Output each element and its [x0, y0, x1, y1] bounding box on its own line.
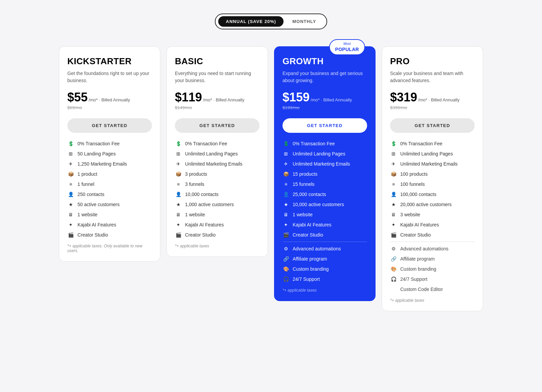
feature-icon: 🎬 — [175, 231, 182, 238]
feature-icon: 🎬 — [283, 231, 289, 238]
feature-text: Unlimited Landing Pages — [185, 151, 238, 156]
feature-text: 100 funnels — [400, 181, 425, 187]
feature-icon: 📦 — [175, 171, 182, 177]
extra-feature-item: ⚙ Advanced automations — [283, 245, 367, 252]
extra-feature-text: Custom branding — [400, 266, 436, 272]
feature-item: ✈ Unlimited Marketing Emails — [283, 161, 367, 167]
feature-text: 100,000 contacts — [400, 192, 436, 197]
plans-container: KICKSTARTERGet the foundations right to … — [54, 46, 488, 311]
popular-badge: Most POPULAR — [329, 39, 365, 55]
extra-feature-icon — [390, 286, 397, 293]
feature-text: 1 website — [185, 212, 205, 217]
feature-item: 🎬 Creator Studio — [67, 231, 152, 238]
feature-item: 💲 0% Transaction Fee — [283, 140, 367, 147]
feature-item: ⊞ Unlimited Landing Pages — [283, 150, 367, 157]
feature-text: 15 products — [293, 171, 317, 177]
get-started-pro[interactable]: GET STARTED — [390, 118, 475, 133]
feature-text: 3 products — [185, 171, 207, 177]
features-list-basic: 💲 0% Transaction Fee ⊞ Unlimited Landing… — [175, 140, 259, 238]
feature-icon: 🖥 — [67, 211, 74, 218]
price-block-kickstarter: $55 /mo* · Billed Annually $69/mo — [67, 90, 152, 110]
extra-feature-text: Affiliate program — [293, 256, 327, 262]
get-started-kickstarter[interactable]: GET STARTED — [67, 118, 152, 133]
feature-icon: 💲 — [283, 140, 289, 147]
feature-text: 3 funnels — [185, 181, 204, 187]
feature-text: Kajabi AI Features — [293, 222, 331, 227]
divider-growth — [283, 242, 367, 242]
feature-item: 📦 100 products — [390, 171, 475, 177]
extra-features-list-growth: ⚙ Advanced automations 🔗 Affiliate progr… — [283, 245, 367, 283]
get-started-growth[interactable]: GET STARTED — [283, 118, 367, 133]
feature-icon: 💲 — [390, 140, 397, 147]
feature-item: ⊞ Unlimited Landing Pages — [175, 150, 259, 157]
feature-text: 25,000 contacts — [293, 192, 326, 197]
price-kickstarter: $55 — [67, 90, 88, 104]
extra-feature-text: Advanced automations — [293, 246, 341, 251]
footnote-kickstarter: *+ applicable taxes. Only available to n… — [67, 244, 152, 253]
feature-item: 💲 0% Transaction Fee — [67, 140, 152, 147]
feature-text: 0% Transaction Fee — [400, 141, 443, 146]
footnote-pro: *+ applicable taxes — [390, 298, 475, 303]
price-per-pro: /mo* · Billed Annually — [418, 97, 459, 102]
monthly-toggle[interactable]: MONTHLY — [285, 16, 323, 27]
feature-item: 📦 1 product — [67, 171, 152, 177]
feature-item: 📦 3 products — [175, 171, 259, 177]
feature-icon: ★ — [390, 201, 397, 208]
feature-text: 50 Landing Pages — [77, 151, 116, 156]
feature-item: ≡ 3 funnels — [175, 181, 259, 188]
price-per-basic: /mo* · Billed Annually — [203, 97, 244, 102]
feature-icon: ★ — [283, 201, 289, 208]
feature-text: Creator Studio — [400, 232, 431, 238]
feature-text: 3 website — [400, 212, 420, 217]
feature-icon: ✈ — [175, 161, 182, 167]
get-started-basic[interactable]: GET STARTED — [175, 118, 259, 133]
extra-feature-item: 🔗 Affiliate program — [283, 255, 367, 262]
feature-item: ★ 1,000 active customers — [175, 201, 259, 208]
feature-icon: 🖥 — [175, 211, 182, 218]
feature-item: ✦ Kajabi AI Features — [390, 221, 475, 228]
annual-toggle[interactable]: ANNUAL (SAVE 20%) — [218, 16, 284, 27]
extra-feature-icon: 🎨 — [390, 266, 397, 272]
feature-icon: ⊞ — [175, 150, 182, 157]
feature-text: Unlimited Marketing Emails — [400, 161, 458, 167]
plan-description-growth: Expand your business and get serious abo… — [283, 70, 367, 84]
feature-icon: 🖥 — [283, 211, 289, 218]
feature-item: 💲 0% Transaction Fee — [390, 140, 475, 147]
feature-item: ✦ Kajabi AI Features — [67, 221, 152, 228]
extra-feature-text: 24/7 Support — [293, 276, 320, 282]
feature-icon: ✦ — [390, 221, 397, 228]
feature-text: Creator Studio — [293, 232, 323, 238]
feature-item: ✈ Unlimited Marketing Emails — [175, 161, 259, 167]
plan-name-kickstarter: KICKSTARTER — [67, 56, 152, 67]
extra-feature-icon: 🔗 — [283, 255, 289, 262]
feature-text: 1 funnel — [77, 181, 94, 187]
billing-toggle[interactable]: ANNUAL (SAVE 20%) MONTHLY — [215, 14, 327, 29]
feature-icon: ✈ — [67, 161, 74, 167]
price-per-growth: /mo* · Billed Annually — [311, 97, 352, 102]
feature-text: Unlimited Landing Pages — [400, 151, 453, 156]
feature-item: 👤 10,000 contacts — [175, 191, 259, 198]
feature-text: 0% Transaction Fee — [77, 141, 120, 146]
feature-icon: ≡ — [67, 181, 74, 188]
price-basic: $119 — [175, 90, 202, 104]
feature-item: ⊞ Unlimited Landing Pages — [390, 150, 475, 157]
price-original-pro: $399/mo — [390, 105, 475, 110]
feature-icon: 🖥 — [390, 211, 397, 218]
price-per-kickstarter: /mo* · Billed Annually — [89, 97, 130, 102]
feature-item: 🖥 1 website — [67, 211, 152, 218]
plan-card-basic: BASICEverything you need to start runnin… — [166, 46, 268, 257]
extra-feature-icon: ⚙ — [390, 245, 397, 252]
extra-feature-item: 🎧 24/7 Support — [390, 276, 475, 283]
extra-feature-text: Advanced automations — [400, 246, 448, 251]
plan-description-pro: Scale your business and team with advanc… — [390, 70, 475, 84]
feature-text: Unlimited Marketing Emails — [185, 161, 243, 167]
feature-item: ★ 20,000 active customers — [390, 201, 475, 208]
feature-text: 250 contacts — [77, 192, 104, 197]
feature-text: Creator Studio — [77, 232, 108, 238]
feature-icon: 👤 — [390, 191, 397, 198]
feature-icon: 👤 — [175, 191, 182, 198]
plan-description-basic: Everything you need to start running you… — [175, 70, 259, 84]
feature-item: 🖥 1 website — [175, 211, 259, 218]
feature-icon: ≡ — [283, 181, 289, 188]
feature-item: ★ 50 active customers — [67, 201, 152, 208]
